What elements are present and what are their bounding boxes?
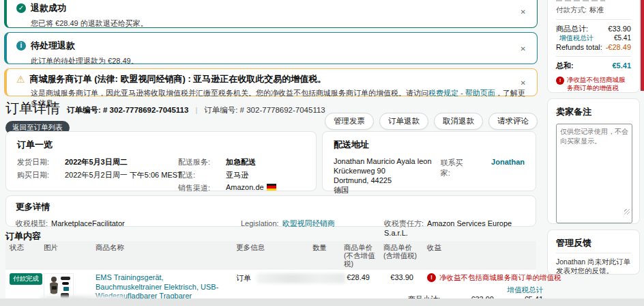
tax-party-label: 收税责任方: [384, 219, 424, 227]
tax-rules-help-link[interactable]: 税费规定 - 帮助页面 [428, 89, 495, 97]
channel-text: Amazon.de [226, 183, 264, 191]
legislation-link[interactable]: 欧盟视同经销商 [282, 219, 335, 227]
purchase-date-value: 2022年5月2日周一 下午5:06 MEST [65, 170, 182, 180]
vat-total-link[interactable]: 增值税总计 [559, 33, 594, 42]
col-header-product-name: 商品名称 [91, 241, 232, 270]
sales-channel-value: Amazon.de [226, 183, 276, 193]
alert-title: 商城服务商订单 (法律: 欧盟视同经销商) : 亚马逊正在收取此交易的增值税。 [30, 73, 327, 85]
address-line: Dortmund, 44225 [334, 176, 441, 185]
purchase-date-label: 购买日期: [17, 170, 59, 180]
col-header-price-excl-vat: 商品单价 (不含增值税) [340, 241, 379, 270]
summary-right-column: 配送服务: 加急配送 配送: 亚马逊 销售渠道: Amazon.de [178, 157, 276, 193]
payment-summary-card: 付款方式:标准 商品总计: €33.90 增值税总计 €5.41 Refunds… [547, 0, 640, 93]
legislation-pair: Legislation:欧盟视同经销商 [241, 219, 384, 237]
manage-feedback-card: 管理反馈 Jonathan 尚未对此订单发表对您的反馈。 [547, 230, 640, 275]
alert-title: 退款成功 [31, 2, 66, 14]
germany-flag-icon [267, 184, 276, 191]
contact-buyer-pair: 联系买家: Jonathan [441, 158, 525, 195]
status-badge: 付款完成 [10, 273, 42, 285]
col-header-status: 状态 [5, 241, 40, 270]
page-header: 订单详情 订单编号: # 302-7778692-7045113 | 订单编号:… [5, 99, 538, 135]
close-icon[interactable]: ✕ [521, 79, 526, 86]
payment-method-label: 付款方式: [556, 5, 587, 14]
item-total-value: €33.90 [608, 24, 631, 33]
order-items-table: 状态 图片 商品名称 更多信息 数量 商品单价 (不含增值税) 商品单价 (含增… [5, 241, 536, 306]
divider [556, 56, 631, 57]
order-number-primary: 订单编号: # 302-7778692-7045113 [67, 105, 188, 115]
tax-party-pair: 收税责任方:Amazon Services Europe S.a.r.L. [384, 219, 526, 237]
contact-buyer-link[interactable]: Jonathan [491, 158, 525, 195]
close-icon[interactable]: ✕ [521, 44, 526, 52]
order-actions: 管理发票 订单退款 取消退款 请求评论 [325, 113, 538, 130]
order-summary-card: 订单一览 发货日期: 2022年5月3日周二 购买日期: 2022年5月2日周一… [5, 131, 317, 191]
refund-order-button[interactable]: 订单退款 [379, 113, 428, 130]
refunds-total-value: -€28.49 [606, 42, 631, 52]
vat-warning: ! 净收益不包括商城服务商订单的增值税 [556, 76, 631, 92]
card-heading: 管理反馈 [556, 237, 631, 253]
vat-total-row: 增值税总计 €5.41 [556, 33, 631, 42]
alert-body-text: 这是商城服务商订单，因此亚马逊将收取增值税并汇缴至税务机关。您的净收益不包括商城… [31, 89, 428, 97]
col-header-price-incl-vat: 商品单价 (含增值税) [379, 241, 423, 270]
check-circle-icon: ✓ [16, 3, 26, 13]
request-review-button[interactable]: 请求评论 [488, 113, 538, 130]
vat-total-value: €5.41 [614, 33, 631, 42]
alert-title-row: ⚠ 商城服务商订单 (法律: 欧盟视同经销商) : 亚马逊正在收取此交易的增值税… [16, 73, 527, 85]
error-circle-icon: ! [427, 273, 436, 282]
more-info-prefix: 订单 [236, 274, 251, 282]
vat-total-header-link[interactable]: 增值税总计 [494, 286, 543, 294]
seller-notes-input[interactable] [556, 124, 632, 223]
address-line: Jonathan Mauricio Ayala leon [334, 156, 441, 166]
cancel-refund-button[interactable]: 取消退款 [434, 113, 483, 130]
ship-service-label: 配送服务: [178, 157, 220, 167]
refund-success-alert: ✓ 退款成功 您已将 €28.49 的退款退还给买家。 ✕ [4, 0, 538, 28]
table-header-row: 状态 图片 商品名称 更多信息 数量 商品单价 (不含增值税) 商品单价 (含增… [5, 241, 536, 270]
spacer [450, 286, 494, 294]
more-details-card: 更多详情 收税模型:MarketplaceFacilitator Legisla… [5, 195, 536, 227]
item-total-row: 商品总计: €33.90 [556, 24, 631, 33]
warning-triangle-icon: ⚠ [16, 74, 25, 84]
card-heading: 卖家备注 [556, 106, 631, 118]
item-total-label: 商品总计: [556, 24, 588, 33]
grand-total-value: €5.41 [612, 61, 631, 70]
payment-method-row: 付款方式:标准 [556, 5, 631, 15]
manage-invoices-button[interactable]: 管理发票 [325, 113, 374, 130]
alert-title-row: ✓ 退款成功 [16, 2, 527, 14]
resize-handle-icon[interactable] [624, 209, 630, 214]
address-wrap: Jonathan Mauricio Ayala leon Krückenweg … [334, 156, 525, 195]
fulfillment-label: 配送: [178, 170, 220, 180]
address-block: Jonathan Mauricio Ayala leon Krückenweg … [334, 156, 441, 195]
alert-title-row: i 待处理退款 [16, 40, 527, 52]
order-number-secondary: 订单编号: # 302-7778692-7045113 [204, 105, 325, 115]
feedback-status-text: Jonathan 尚未对此订单发表对您的反馈。 [556, 258, 631, 275]
address-line: 德国 [334, 185, 441, 195]
payment-method-value: 标准 [589, 5, 604, 14]
tax-model-pair: 收税模型:MarketplaceFacilitator [16, 219, 241, 237]
red-edge-strip [641, 0, 644, 91]
vat-warning-text: 净收益不包括商城服务商订单的增值税 [567, 76, 631, 92]
alert-title: 待处理退款 [31, 40, 75, 52]
sales-channel-label: 销售渠道: [178, 183, 220, 193]
details-row: 收税模型:MarketplaceFacilitator Legislation:… [16, 219, 526, 237]
col-header-proceeds: 收益 [423, 241, 536, 270]
address-line: Krückenweg 90 [334, 166, 441, 176]
clipped-text-row [556, 0, 605, 1]
alert-body: 您已将 €28.49 的退款退还给买家。 [31, 18, 527, 29]
ship-date-label: 发货日期: [17, 157, 59, 167]
card-heading: 配送地址 [334, 139, 525, 151]
tax-model-label: 收税模型: [16, 219, 48, 227]
summary-columns: 发货日期: 2022年5月3日周二 购买日期: 2022年5月2日周一 下午5:… [17, 157, 305, 193]
product-title-line1: EMS Trainingsgerät, Bauchmuskeltrainer E… [96, 273, 218, 291]
legislation-label: Legislation: [241, 219, 279, 227]
refunds-total-label: Refunds total: [556, 42, 602, 52]
fulfillment-value: 亚马逊 [226, 170, 276, 180]
col-header-image: 图片 [40, 241, 91, 270]
card-heading: 更多详情 [16, 201, 526, 213]
contact-buyer-label: 联系买家: [441, 158, 471, 195]
grand-total-label: 总和: [556, 61, 574, 70]
page-title: 订单详情 [5, 99, 60, 117]
page-bottom-strip [0, 298, 644, 306]
close-icon[interactable]: ✕ [521, 8, 526, 15]
seller-notes-card: 卖家备注 [547, 98, 640, 224]
shipping-address-card: 配送地址 Jonathan Mauricio Ayala leon Krücke… [322, 131, 536, 191]
separator: | [195, 106, 197, 114]
